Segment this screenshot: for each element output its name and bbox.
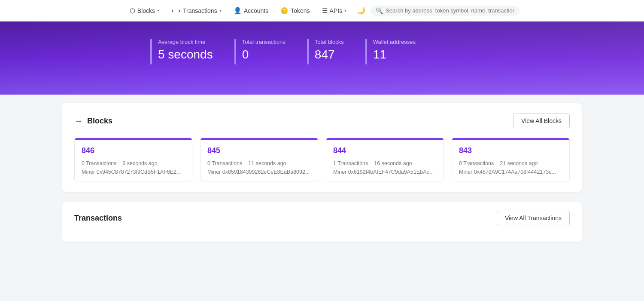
stat-value: 11 — [373, 48, 416, 61]
nav-tokens-label: Tokens — [291, 7, 310, 14]
blocks-icon: ⬡ — [130, 7, 135, 15]
block-number: 845 — [207, 146, 311, 155]
blocks-section-title: Blocks — [87, 117, 112, 126]
block-meta: 0 Transactions 11 seconds ago — [207, 160, 311, 166]
stat-content: Wallet addresses 11 — [373, 39, 416, 61]
block-miner: Miner 0x6192f4bAfEF47C9da9A51EbAc... — [333, 169, 437, 175]
dark-mode-toggle[interactable]: 🌙 — [353, 5, 369, 16]
search-bar: 🔍 — [371, 6, 519, 16]
hero-stat: Average block time 5 seconds — [150, 39, 234, 64]
chevron-down-icon-tx: ▾ — [219, 8, 222, 13]
hero-stat: Total blocks 847 — [307, 39, 365, 64]
transactions-icon: ⟷ — [171, 7, 181, 15]
block-transactions: 0 Transactions — [207, 160, 242, 166]
chevron-down-icon-api: ▾ — [344, 8, 346, 13]
block-miner: Miner 0x859184399262eCeE8EaBa8092... — [207, 169, 311, 175]
hero-stat: Total transactions 0 — [234, 39, 307, 64]
hero-stat: Wallet addresses 11 — [365, 39, 437, 64]
block-transactions: 0 Transactions — [459, 160, 494, 166]
nav-accounts-label: Accounts — [244, 7, 269, 14]
accounts-icon: 👤 — [234, 7, 242, 15]
block-time: 6 seconds ago — [122, 160, 157, 166]
block-card[interactable]: 846 0 Transactions 6 seconds ago Miner 0… — [74, 138, 192, 181]
stat-content: Average block time 5 seconds — [158, 39, 213, 61]
stat-label: Total blocks — [315, 39, 344, 45]
block-miner: Miner 0x4879A9C174Aa708f4442173c... — [459, 169, 562, 175]
block-card-body: 845 0 Transactions 11 seconds ago Miner … — [200, 140, 318, 181]
stat-content: Total blocks 847 — [315, 39, 344, 61]
stat-label: Average block time — [158, 39, 213, 45]
hero-banner: Average block time 5 seconds Total trans… — [0, 22, 644, 95]
blocks-section-header: → Blocks View All Blocks — [74, 114, 570, 128]
block-card-body: 843 0 Transactions 21 seconds ago Miner … — [452, 140, 569, 181]
hero-stats: Average block time 5 seconds Total trans… — [150, 39, 571, 64]
stat-content: Total transactions 0 — [242, 39, 286, 61]
block-number: 844 — [333, 146, 437, 155]
block-meta: 0 Transactions 6 seconds ago — [82, 160, 185, 166]
view-all-transactions-button[interactable]: View All Transactions — [497, 211, 570, 225]
nav-blocks-label: Blocks — [137, 7, 155, 14]
block-card-body: 846 0 Transactions 6 seconds ago Miner 0… — [75, 140, 192, 181]
search-icon: 🔍 — [376, 7, 383, 14]
stat-value: 0 — [242, 48, 286, 61]
block-card-body: 844 1 Transactions 16 seconds ago Miner … — [326, 140, 444, 181]
nav-apis[interactable]: ☰ APIs ▾ — [317, 4, 352, 17]
nav-accounts[interactable]: 👤 Accounts — [228, 4, 274, 17]
stat-bar — [150, 39, 152, 64]
search-input[interactable] — [386, 7, 514, 14]
transactions-section-title: Transactions — [74, 214, 122, 223]
block-number: 846 — [82, 146, 185, 155]
block-cards-grid: 846 0 Transactions 6 seconds ago Miner 0… — [74, 138, 570, 181]
navbar: ⬡ Blocks ▾ ⟷ Transactions ▾ 👤 Accounts 🪙… — [0, 0, 644, 22]
block-miner: Miner 0x945C8787273f9CdB5F1AF6E2... — [82, 169, 185, 175]
stat-bar — [365, 39, 367, 64]
apis-icon: ☰ — [322, 7, 328, 15]
blocks-section: → Blocks View All Blocks 846 0 Transacti… — [62, 103, 582, 192]
stat-bar — [234, 39, 236, 64]
block-number: 843 — [459, 146, 562, 155]
block-meta: 1 Transactions 16 seconds ago — [333, 160, 437, 166]
tokens-icon: 🪙 — [280, 7, 289, 15]
nav-blocks[interactable]: ⬡ Blocks ▾ — [125, 4, 164, 17]
block-card[interactable]: 845 0 Transactions 11 seconds ago Miner … — [200, 138, 318, 181]
transactions-title-row: Transactions — [74, 214, 122, 223]
main-content: → Blocks View All Blocks 846 0 Transacti… — [54, 95, 590, 250]
stat-bar — [307, 39, 309, 64]
nav-transactions-label: Transactions — [183, 7, 217, 14]
chevron-down-icon: ▾ — [157, 8, 159, 13]
section-arrow-icon: → — [74, 116, 83, 126]
stat-value: 847 — [315, 48, 344, 61]
nav-transactions[interactable]: ⟷ Transactions ▾ — [166, 4, 227, 17]
block-time: 11 seconds ago — [248, 160, 286, 166]
nav-tokens[interactable]: 🪙 Tokens — [275, 4, 315, 17]
block-transactions: 0 Transactions — [82, 160, 116, 166]
stat-value: 5 seconds — [158, 48, 213, 61]
block-time: 21 seconds ago — [500, 160, 538, 166]
stat-label: Wallet addresses — [373, 39, 416, 45]
nav-apis-label: APIs — [330, 7, 343, 14]
stat-label: Total transactions — [242, 39, 286, 45]
block-transactions: 1 Transactions — [333, 160, 368, 166]
transactions-section: Transactions View All Transactions — [62, 202, 582, 242]
view-all-blocks-button[interactable]: View All Blocks — [513, 114, 570, 128]
transactions-section-header: Transactions View All Transactions — [74, 211, 570, 225]
block-card[interactable]: 843 0 Transactions 21 seconds ago Miner … — [452, 138, 570, 181]
block-card[interactable]: 844 1 Transactions 16 seconds ago Miner … — [326, 138, 444, 181]
block-time: 16 seconds ago — [374, 160, 412, 166]
section-title-row: → Blocks — [74, 116, 112, 126]
block-meta: 0 Transactions 21 seconds ago — [459, 160, 562, 166]
